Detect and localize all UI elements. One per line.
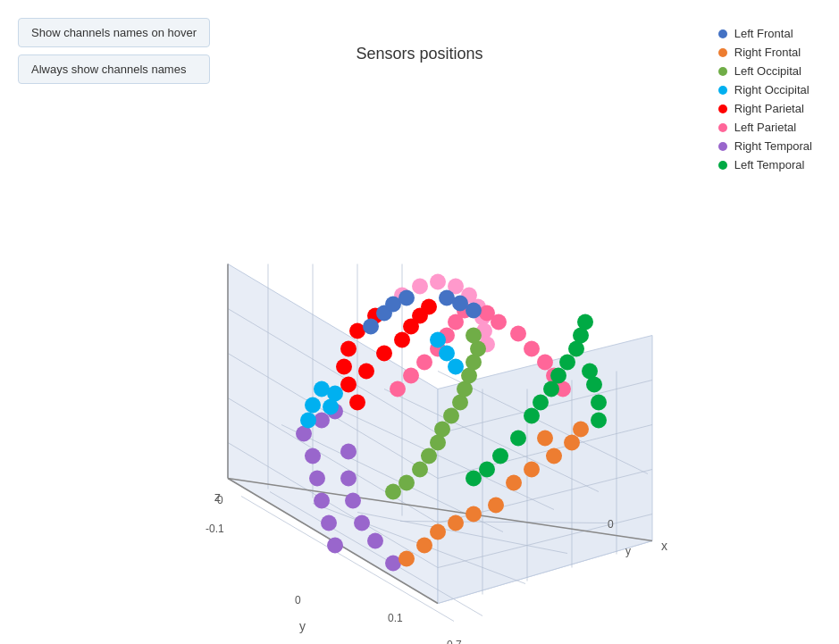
sensor-dot[interactable]	[430, 524, 446, 540]
sensor-dot[interactable]	[492, 448, 508, 464]
always-show-channels-btn[interactable]: Always show channels names	[18, 54, 210, 84]
sensor-dot[interactable]	[354, 515, 370, 531]
sensor-dot[interactable]	[430, 274, 446, 290]
sensor-dot[interactable]	[448, 359, 464, 375]
sensor-dot[interactable]	[564, 435, 580, 451]
sensor-dot[interactable]	[591, 413, 607, 429]
svg-text:0.1: 0.1	[388, 612, 403, 624]
sensor-dot[interactable]	[363, 319, 379, 335]
sensor-dot[interactable]	[327, 538, 343, 554]
legend-dot	[718, 29, 727, 38]
sensor-dot[interactable]	[537, 431, 553, 447]
legend-dot	[718, 48, 727, 57]
legend-dot	[718, 67, 727, 76]
y-axis-label: y	[299, 619, 306, 633]
sensor-dot[interactable]	[533, 395, 549, 411]
sensor-dot[interactable]	[416, 538, 432, 554]
svg-text:0: 0	[608, 518, 614, 531]
sensor-dot[interactable]	[591, 395, 607, 411]
sensor-dot[interactable]	[448, 515, 464, 531]
sensor-dot[interactable]	[479, 462, 495, 478]
legend-item: Left Occipital	[718, 64, 812, 78]
sensor-dot[interactable]	[321, 515, 337, 531]
svg-text:y: y	[625, 545, 631, 557]
sensor-dot[interactable]	[376, 346, 392, 362]
legend-label: Left Frontal	[734, 27, 793, 40]
sensor-dot[interactable]	[345, 493, 361, 509]
sensor-dot[interactable]	[434, 422, 450, 438]
sensor-dot[interactable]	[385, 484, 401, 500]
sensor-dot[interactable]	[559, 355, 575, 371]
sensor-dot[interactable]	[537, 355, 553, 371]
legend-label: Left Occipital	[734, 64, 801, 78]
sensor-dot[interactable]	[466, 303, 482, 319]
sensor-dot[interactable]	[586, 377, 602, 393]
sensor-dot[interactable]	[577, 314, 593, 330]
controls-panel: Show channels names on hover Always show…	[18, 18, 210, 84]
sensor-dot[interactable]	[488, 498, 504, 514]
svg-text:0: 0	[295, 594, 301, 606]
sensor-dot[interactable]	[340, 341, 357, 357]
sensor-dot[interactable]	[421, 299, 437, 315]
sensor-dot[interactable]	[323, 399, 339, 415]
sensor-dot[interactable]	[336, 359, 352, 375]
sensor-dot[interactable]	[399, 475, 415, 491]
sensor-dot[interactable]	[506, 475, 522, 491]
sensor-dot[interactable]	[309, 471, 325, 487]
chart-title: Sensors positions	[356, 45, 482, 63]
sensor-dot[interactable]	[416, 355, 432, 371]
sensor-dot[interactable]	[367, 533, 383, 549]
svg-text:-0.1: -0.1	[206, 523, 224, 535]
sensor-dot[interactable]	[390, 381, 406, 397]
sensor-dot[interactable]	[550, 368, 566, 384]
sensor-dot[interactable]	[358, 364, 374, 380]
sensor-dot[interactable]	[412, 462, 428, 478]
sensor-dot[interactable]	[573, 422, 589, 438]
sensor-dot[interactable]	[510, 431, 526, 447]
sensor-dot[interactable]	[399, 290, 415, 306]
svg-text:0: 0	[217, 494, 223, 506]
sensor-dot[interactable]	[443, 408, 459, 424]
sensor-dot[interactable]	[524, 462, 540, 478]
sensor-dot[interactable]	[305, 448, 321, 464]
sensor-dot[interactable]	[430, 332, 446, 348]
sensor-dot[interactable]	[479, 305, 495, 322]
sensor-dot[interactable]	[439, 346, 455, 362]
sensor-dot[interactable]	[314, 493, 330, 509]
sensor-dot[interactable]	[510, 326, 526, 342]
hover-channels-btn[interactable]: Show channels names on hover	[18, 18, 210, 47]
sensor-dot[interactable]	[349, 395, 365, 411]
legend-label: Right Frontal	[734, 46, 801, 59]
x-axis-label: x	[661, 539, 667, 553]
sensor-dot[interactable]	[305, 397, 321, 414]
chart-area: x y z 0.1 0.7 y -0.1 0 0 0	[0, 80, 839, 644]
legend-item: Right Frontal	[718, 46, 812, 59]
legend-item: Left Frontal	[718, 27, 812, 40]
sensor-dot[interactable]	[466, 506, 482, 523]
sensor-dot[interactable]	[524, 408, 540, 424]
sensor-dot[interactable]	[412, 279, 428, 295]
sensor-dot[interactable]	[466, 471, 482, 487]
sensor-dot[interactable]	[399, 551, 415, 567]
sensor-dot[interactable]	[394, 332, 410, 348]
sensor-dot[interactable]	[403, 368, 419, 384]
svg-text:0.7: 0.7	[447, 639, 462, 645]
sensor-dot[interactable]	[340, 444, 357, 460]
sensor-dot[interactable]	[314, 381, 330, 397]
sensor-dot[interactable]	[466, 328, 482, 344]
sensor-dot[interactable]	[340, 377, 357, 393]
sensor-dot[interactable]	[421, 448, 437, 464]
sensor-dot[interactable]	[546, 448, 562, 464]
sensor-dot[interactable]	[524, 341, 540, 357]
sensor-dot[interactable]	[300, 413, 316, 429]
sensor-dot[interactable]	[340, 471, 357, 487]
